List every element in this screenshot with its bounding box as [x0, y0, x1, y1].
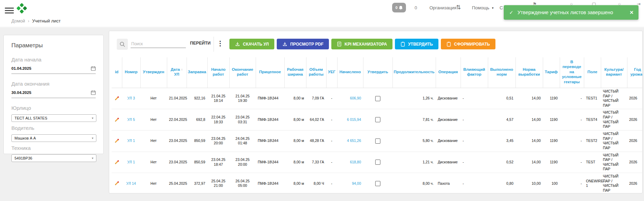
breadcrumb-home-link[interactable]: Домой [11, 18, 25, 23]
approve-checkbox[interactable] [375, 117, 380, 122]
table-cell: 23.04.25 18:47 [207, 152, 229, 173]
column-header-18[interactable]: Норма выработки [515, 57, 543, 88]
table-cell: 5,80 ч. [392, 131, 436, 152]
worksheet-number-link[interactable]: УЛ 14 [122, 173, 140, 193]
worksheet-number-link[interactable]: УЛ 5 [122, 109, 140, 131]
sort-asc-icon[interactable]: ↑ [181, 68, 183, 71]
date-input[interactable]: 30.04.2025 [11, 90, 96, 98]
approve-checkbox[interactable] [375, 160, 380, 165]
app-logo-icon[interactable] [16, 2, 28, 14]
approve-checkbox[interactable] [375, 181, 380, 186]
table-cell: Нет [140, 173, 167, 193]
chevron-down-icon: ▼ [91, 117, 94, 120]
filter-panel-title: Параметры [11, 42, 96, 49]
accrued-amount-link[interactable]: 94,00 [337, 173, 363, 193]
edit-pencil-icon[interactable] [112, 173, 122, 193]
table-cell: 2026 [627, 131, 643, 152]
hamburger-menu-icon[interactable] [5, 8, 14, 15]
edit-pencil-icon[interactable] [112, 88, 122, 109]
select-input[interactable]: 5491ВР36 ▼ [11, 154, 96, 162]
column-header-4[interactable]: Дата ↑УЛ [167, 57, 187, 88]
table-cell: 4,57 [488, 109, 515, 131]
table-cell: 8,00 ч. [392, 173, 436, 193]
column-header-9[interactable]: Рабочая ширина [284, 57, 306, 88]
worksheet-number-link[interactable]: УЛ 1 [122, 152, 140, 173]
column-header-10[interactable]: Объем работы [306, 57, 326, 88]
search-button[interactable] [117, 39, 128, 50]
column-header-19[interactable]: Тариф [543, 57, 560, 88]
edit-pencil-icon[interactable] [112, 131, 122, 152]
table-cell: ПМФ-18\344 [256, 88, 284, 109]
column-header-20[interactable]: В переводе на условные гектары [560, 57, 584, 88]
accrued-amount-link[interactable]: 6 015,94 [337, 109, 363, 131]
toast-close-icon[interactable]: ✕ [629, 10, 634, 15]
select-input[interactable]: ТЕСТ ALL STATES ▼ [11, 114, 96, 122]
table-cell: 850,59 [187, 152, 207, 173]
accrued-amount-link[interactable]: 606,90 [337, 88, 363, 109]
calendar-icon[interactable] [91, 90, 96, 95]
column-header-17[interactable]: Выполнено норм [488, 57, 515, 88]
select-input[interactable]: Машков А А ▼ [11, 134, 96, 142]
table-row: УЛ 1Нет23.04.2025850,5923.04.25 20:0024.… [112, 131, 643, 152]
accrued-amount-link[interactable]: 618,80 [337, 152, 363, 173]
help-menu[interactable]: Помощь▼ [472, 5, 494, 10]
table-cell: 14,00 [515, 152, 543, 173]
report-toolbar: ПЕРЕЙТИ ⋮ СКАЧАТЬ УЛПРОСМОТР PDFKPI МЕХА… [109, 31, 642, 57]
edit-pencil-icon[interactable] [112, 152, 122, 173]
table-cell: TEST [584, 152, 601, 173]
column-header-7[interactable]: Окончание работ [229, 57, 256, 88]
calendar-icon[interactable] [91, 66, 96, 71]
worksheet-number-link[interactable]: УЛ 3 [122, 88, 140, 109]
column-header-16[interactable]: Влияющий фактор [461, 57, 488, 88]
view-pdf-button[interactable]: ПРОСМОТР PDF [277, 39, 329, 49]
table-cell: 8,00 м [284, 131, 306, 152]
column-header-5[interactable]: Заправка [187, 57, 207, 88]
table-cell: Дискование [436, 109, 461, 131]
table-row: УЛ 5Нет22.04.2025692,822.04.25 18:3323.0… [112, 109, 643, 131]
go-button[interactable]: ПЕРЕЙТИ [190, 41, 211, 46]
approve-checkbox-cell [363, 173, 392, 193]
column-header-2[interactable]: Номер [122, 57, 140, 88]
column-header-3[interactable]: Утвержден [140, 57, 167, 88]
table-cell: Нет [140, 109, 167, 131]
column-header-23[interactable]: Год урожая [627, 57, 643, 88]
kpi-operator-button[interactable]: KPI МЕХАНИЗАТОРА [331, 39, 392, 49]
date-input[interactable]: 01.04.2025 [11, 66, 96, 74]
clipboard-icon [446, 41, 451, 47]
column-header-6[interactable]: Начало работ [207, 57, 229, 88]
table-cell: ЧИСТЫЙ ПАР / ЧИСТЫЙ ПАР [601, 88, 627, 109]
table-cell: 14,00 [515, 131, 543, 152]
column-header-15[interactable]: Операция [436, 57, 461, 88]
edit-pencil-icon[interactable] [112, 109, 122, 131]
table-cell: 8,00 м [284, 173, 306, 193]
worksheet-table-wrap: idНомерУтвержденДата ↑УЛЗаправкаНачало р… [112, 57, 643, 193]
table-cell: - [560, 109, 584, 131]
table-cell: 0,52 [488, 152, 515, 173]
column-header-11[interactable]: УЕГ [326, 57, 337, 88]
approve-checkbox[interactable] [375, 96, 380, 101]
switch-organization-icon[interactable]: ⇅ [456, 4, 461, 11]
approve-checkbox[interactable] [375, 138, 380, 144]
column-header-13[interactable]: Утвердить [363, 57, 392, 88]
column-header-12[interactable]: Начислено [337, 57, 363, 88]
column-header-21[interactable]: Поле [584, 57, 601, 88]
generate-button[interactable]: СФОРМИРОВАТЬ [441, 39, 495, 49]
organization-menu[interactable]: Организация [429, 5, 456, 10]
column-header-14[interactable]: Продолжительность [392, 57, 436, 88]
table-cell: ПМФ-18\344 [256, 152, 284, 173]
column-header-8[interactable]: Прицепное [256, 57, 284, 88]
table-cell: 100 [543, 173, 560, 193]
table-cell: ЧИСТЫЙ ПАР / ЧИСТЫЙ ПАР [601, 109, 627, 131]
actions-kebab-icon[interactable]: ⋮ [217, 39, 224, 47]
table-cell: - [560, 152, 584, 173]
notification-bell-button[interactable]: 0 [392, 3, 406, 12]
accrued-amount-link[interactable]: 4 651,26 [337, 131, 363, 152]
download-icon [235, 41, 240, 47]
column-header-22[interactable]: Культура/ вариант [601, 57, 627, 88]
download-ul-button[interactable]: СКАЧАТЬ УЛ [229, 39, 274, 49]
filter-field: Водитель Машков А А ▼ [11, 125, 96, 142]
search-input[interactable] [131, 40, 186, 48]
column-header-1[interactable]: id [112, 57, 122, 88]
approve-button[interactable]: УТВЕРДИТЬ [395, 39, 438, 49]
worksheet-number-link[interactable]: УЛ 1 [122, 131, 140, 152]
